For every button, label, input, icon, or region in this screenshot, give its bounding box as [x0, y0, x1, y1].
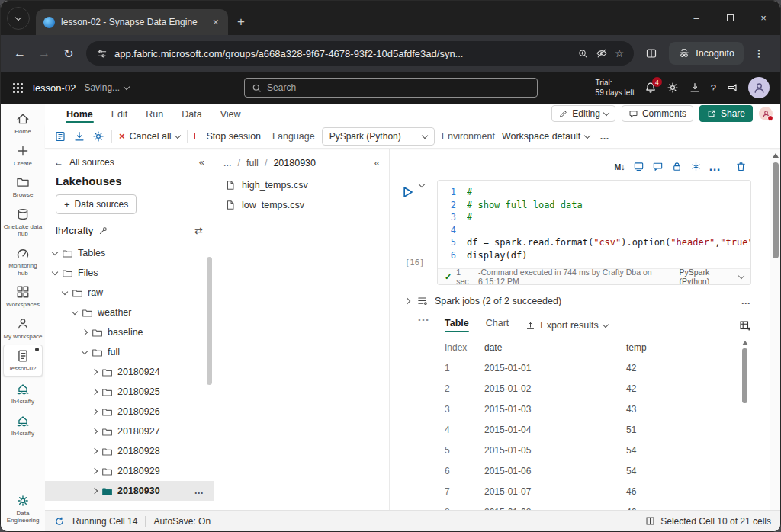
delete-cell-icon[interactable] [732, 159, 750, 175]
tab-home[interactable]: Home [57, 107, 102, 124]
rail-item-onelake-data-hub[interactable]: OneLake data hub [3, 204, 43, 241]
rail-item-workspaces[interactable]: Workspaces [3, 281, 43, 312]
tree-item-20180925[interactable]: 20180925 [45, 382, 214, 402]
scroll-up-icon[interactable] [773, 153, 779, 158]
tab-run[interactable]: Run [137, 107, 172, 124]
notebook-scroll-thumb[interactable] [773, 162, 779, 258]
breadcrumb-folder[interactable]: full [246, 158, 259, 168]
zoom-icon[interactable] [577, 48, 589, 59]
item-name[interactable]: lesson-02 [33, 82, 76, 94]
chevron-down-icon[interactable] [52, 269, 58, 275]
tree-item-20180927[interactable]: 20180927 [45, 421, 214, 441]
share-button[interactable]: Share [699, 105, 753, 122]
pin-icon[interactable] [98, 226, 108, 236]
add-data-sources-button[interactable]: + Data sources [56, 194, 137, 214]
account-avatar[interactable] [748, 77, 770, 98]
lakehouse-row[interactable]: lh4crafty ⇄ [45, 221, 214, 239]
file-item-low-temps-csv[interactable]: low_temps.csv [214, 195, 389, 215]
rail-item-my-workspace[interactable]: My workspace [3, 313, 43, 344]
tab-view[interactable]: View [211, 107, 250, 124]
rail-item-data-engineering[interactable]: Data Engineering [3, 490, 43, 527]
tab-actions-button[interactable] [7, 7, 30, 30]
tab-edit[interactable]: Edit [102, 107, 137, 124]
chevron-right-icon[interactable] [92, 448, 98, 454]
minimize-button[interactable]: – [680, 1, 713, 35]
rail-item-lh4crafty[interactable]: lh4crafty [3, 410, 43, 441]
table-scrollbar[interactable] [741, 341, 748, 498]
chevron-down-icon[interactable] [82, 348, 88, 354]
rail-item-browse[interactable]: Browse [3, 171, 43, 202]
chevron-down-icon[interactable] [52, 249, 58, 255]
code-line[interactable]: 5df = spark.read.format("csv").option("h… [438, 236, 750, 249]
notifications-bell-icon[interactable]: 4 [644, 82, 657, 94]
chevron-right-icon[interactable] [92, 488, 98, 494]
back-button[interactable]: ← [8, 42, 31, 65]
tree-item-20180924[interactable]: 20180924 [45, 362, 214, 382]
tree-item-20180928[interactable]: 20180928 [45, 441, 214, 461]
stop-session-button[interactable]: Stop session [194, 131, 261, 142]
saving-status[interactable]: Saving... [84, 82, 129, 93]
run-cell-icon[interactable] [399, 184, 416, 200]
table-row[interactable]: 62015-01-0654 [445, 460, 734, 481]
tree-item-baseline[interactable]: baseline [45, 322, 214, 342]
browser-tab[interactable]: lesson-02 - Synapse Data Engine × [36, 9, 228, 35]
collapse-panel-icon[interactable]: « [374, 157, 380, 168]
table-scroll-thumb[interactable] [742, 348, 747, 403]
code-line[interactable]: 6display(df) [438, 249, 750, 262]
settings-gear-icon[interactable] [667, 82, 679, 94]
tab-close-icon[interactable]: × [211, 16, 220, 28]
explorer-scrollbar[interactable] [207, 257, 212, 385]
eye-off-icon[interactable] [596, 47, 608, 59]
editing-mode-button[interactable]: Editing [551, 105, 615, 122]
feedback-icon[interactable] [726, 82, 738, 94]
table-row[interactable]: 22015-01-0242 [445, 378, 734, 399]
results-tab-chart[interactable]: Chart [486, 318, 509, 333]
table-row[interactable]: 52015-01-0554 [445, 440, 734, 460]
notebook-scrollbar[interactable] [770, 149, 780, 510]
rail-item-lh4crafty[interactable]: lh4crafty [3, 378, 43, 409]
chevron-right-icon[interactable] [92, 468, 98, 474]
tree-item-20180930[interactable]: 20180930… [45, 481, 214, 501]
app-launcher-icon[interactable] [11, 82, 24, 95]
code-line[interactable]: 4 [438, 224, 750, 237]
split-screen-icon[interactable] [640, 42, 663, 65]
tab-data[interactable]: Data [172, 107, 211, 124]
environment-dropdown[interactable]: Workspace default [502, 131, 590, 142]
switch-lakehouse-icon[interactable]: ⇄ [194, 225, 203, 236]
chevron-right-icon[interactable] [92, 409, 98, 415]
tree-item-full[interactable]: full [45, 342, 214, 362]
table-row[interactable]: 12015-01-0142 [445, 357, 734, 378]
file-item-high-temps-csv[interactable]: high_temps.csv [214, 175, 389, 195]
spark-jobs-more-icon[interactable]: … [741, 296, 752, 306]
chevron-right-icon[interactable] [92, 389, 98, 395]
spark-jobs-row[interactable]: Spark jobs (2 of 2 succeeded) … [390, 285, 780, 310]
new-tab-button[interactable]: + [228, 9, 254, 35]
tree-item-files[interactable]: Files [45, 263, 214, 283]
collapse-panel-icon[interactable]: « [199, 156, 204, 168]
kernel-selector[interactable]: PySpark (Python) [679, 268, 744, 285]
results-tab-table[interactable]: Table [445, 318, 469, 333]
table-row[interactable]: 42015-01-0451 [445, 419, 734, 440]
refresh-button[interactable]: ↻ [57, 42, 80, 65]
notebook-settings-icon[interactable] [92, 130, 104, 143]
chevron-right-icon[interactable] [82, 329, 88, 335]
comment-cell-icon[interactable] [649, 159, 667, 175]
toolbar-more-icon[interactable]: … [599, 131, 610, 142]
scroll-up-icon[interactable] [742, 341, 748, 345]
lock-cell-icon[interactable] [668, 159, 686, 175]
all-sources-label[interactable]: All sources [69, 157, 114, 168]
favorite-star-icon[interactable]: ☆ [615, 47, 625, 59]
close-button[interactable]: × [747, 1, 780, 35]
markdown-icon[interactable]: M↓ [611, 159, 628, 175]
tree-item-more-icon[interactable]: … [194, 486, 205, 496]
tree-item-raw[interactable]: raw [45, 283, 214, 303]
export-results-button[interactable]: Export results [525, 320, 607, 331]
table-row[interactable]: 82015-01-0846 [445, 502, 734, 510]
back-arrow-icon[interactable]: ← [54, 157, 63, 168]
cell-gutter-more-icon[interactable]: … [417, 310, 430, 324]
export-notebook-icon[interactable] [54, 130, 66, 143]
rail-item-home[interactable]: Home [3, 108, 43, 139]
tree-item-20180926[interactable]: 20180926 [45, 402, 214, 421]
code-line[interactable]: 2# show full load data [438, 199, 750, 212]
language-dropdown[interactable]: PySpark (Python) [322, 127, 435, 146]
